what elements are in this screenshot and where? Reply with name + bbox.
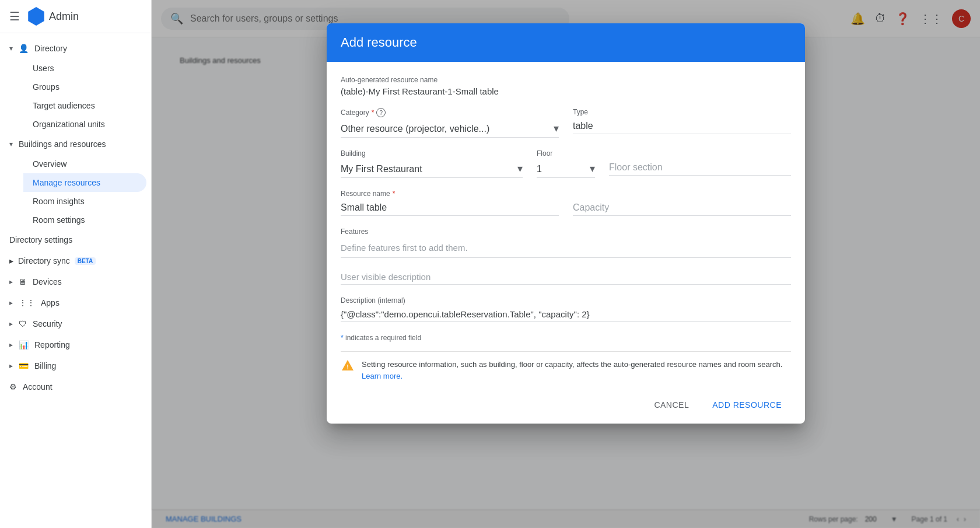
auto-generated-value: (table)-My First Restaurant-1-Small tabl… <box>341 86 791 96</box>
logo-icon <box>27 7 46 26</box>
floor-label: Floor <box>537 149 595 158</box>
sidebar-item-users[interactable]: Users <box>23 59 146 78</box>
nav-account[interactable]: ⚙ Account <box>0 376 151 397</box>
nav-directory-settings[interactable]: Directory settings <box>0 229 151 250</box>
app-title: Admin <box>49 11 79 23</box>
sidebar-item-groups[interactable]: Groups <box>23 78 146 96</box>
sidebar-item-room-insights[interactable]: Room insights <box>23 192 146 211</box>
building-select[interactable]: My First Restaurant <box>341 164 517 174</box>
nav-buildings[interactable]: ▾ Buildings and resources <box>0 134 151 155</box>
nav-directory-sync[interactable]: ▸ Directory sync BETA <box>0 250 151 271</box>
dialog-body: Auto-generated resource name (table)-My … <box>327 62 805 391</box>
building-label: Building <box>341 149 523 158</box>
logo-container: Admin <box>27 7 79 26</box>
dialog-title: Add resource <box>341 35 417 50</box>
type-label: Type <box>573 108 791 116</box>
building-field: Building My First Restaurant ▾ <box>341 149 523 178</box>
sidebar-item-reporting-label: Reporting <box>34 340 70 349</box>
type-input[interactable] <box>573 118 791 134</box>
capacity-field: Capacity <box>573 190 791 216</box>
nav-apps[interactable]: ▸ ⋮⋮ Apps <box>0 292 151 313</box>
expand-icon-sync: ▸ <box>9 256 13 265</box>
nav-icon-account: ⚙ <box>9 382 17 391</box>
type-field: Type <box>573 108 791 138</box>
beta-badge: BETA <box>75 257 96 265</box>
nav-icon-devices: 🖥 <box>19 277 27 286</box>
warning-text: Setting resource information, such as bu… <box>362 359 791 382</box>
expand-icon-devices: ▸ <box>9 278 13 286</box>
sidebar-header: ☰ Admin <box>0 0 151 33</box>
sidebar-item-security-label: Security <box>33 319 62 328</box>
svg-text:!: ! <box>346 363 349 370</box>
floor-dropdown-icon: ▾ <box>590 162 595 175</box>
building-dropdown-icon: ▾ <box>517 162 523 175</box>
dialog-actions: CANCEL ADD RESOURCE <box>327 391 805 424</box>
features-label: Features <box>341 228 791 236</box>
internal-description-section: Description (internal) {"@class":"demo.o… <box>341 296 791 322</box>
capacity-input[interactable] <box>573 200 791 216</box>
floor-select[interactable]: 1 <box>537 164 590 174</box>
sidebar-item-room-settings[interactable]: Room settings <box>23 211 146 229</box>
building-floor-row: Building My First Restaurant ▾ Floor <box>341 149 791 178</box>
nav-billing[interactable]: ▸ 💳 Billing <box>0 355 151 376</box>
warning-triangle-icon: ! <box>341 359 355 373</box>
category-label: Category * ? <box>341 108 559 117</box>
expand-icon: ▾ <box>9 44 13 53</box>
learn-more-link[interactable]: Learn more. <box>362 372 402 380</box>
sidebar-item-overview[interactable]: Overview <box>23 155 146 173</box>
sidebar-item-manage-resources[interactable]: Manage resources <box>23 173 146 192</box>
sidebar-item-directory-settings-label: Directory settings <box>9 235 72 244</box>
category-dropdown-icon: ▾ <box>554 122 559 135</box>
expand-icon-security: ▸ <box>9 320 13 328</box>
nav-security[interactable]: ▸ 🛡 Security <box>0 313 151 334</box>
sidebar-item-organizational-units[interactable]: Organizational units <box>23 115 146 134</box>
features-section: Features Define features first to add th… <box>341 228 791 258</box>
nav-icon-apps: ⋮⋮ <box>19 298 35 307</box>
sidebar: ☰ Admin ▾ 👤 Directory Users Groups Targe… <box>0 0 152 528</box>
resource-name-field: Resource name * <box>341 190 559 216</box>
sidebar-item-target-audiences[interactable]: Target audiences <box>23 96 146 115</box>
add-resource-button[interactable]: ADD RESOURCE <box>703 396 791 414</box>
sidebar-item-directory-label: Directory <box>34 44 67 53</box>
required-note: * indicates a required field <box>341 334 791 342</box>
expand-icon-reporting: ▸ <box>9 341 13 349</box>
sidebar-item-apps-label: Apps <box>41 298 60 307</box>
directory-sub-items: Users Groups Target audiences Organizati… <box>0 59 151 134</box>
auto-generated-label: Auto-generated resource name <box>341 76 791 84</box>
resource-capacity-row: Resource name * Capacity <box>341 190 791 216</box>
category-select-wrapper: Other resource (projector, vehicle...) ▾ <box>341 120 559 138</box>
features-placeholder: Define features first to add them. <box>341 238 791 258</box>
dialog-overlay[interactable]: Add resource Auto-generated resource nam… <box>152 0 980 528</box>
category-type-row: Category * ? Other resource (projector, … <box>341 108 791 138</box>
resource-name-required-star: * <box>393 190 396 198</box>
user-description-input[interactable] <box>341 270 791 285</box>
nav-icon-billing: 💳 <box>19 361 29 370</box>
nav-icon-reporting: 📊 <box>19 340 29 349</box>
floor-section-input[interactable] <box>609 160 791 176</box>
resource-name-label: Resource name * <box>341 190 559 198</box>
sidebar-item-buildings-label: Buildings and resources <box>19 139 106 149</box>
sidebar-item-devices-label: Devices <box>33 277 62 286</box>
auto-generated-section: Auto-generated resource name (table)-My … <box>341 76 791 96</box>
category-field: Category * ? Other resource (projector, … <box>341 108 559 138</box>
nav-directory-section: ▾ 👤 Directory Users Groups Target audien… <box>0 33 151 402</box>
expand-icon-apps: ▸ <box>9 299 13 307</box>
sidebar-item-billing-label: Billing <box>34 361 56 370</box>
warning-box: ! Setting resource information, such as … <box>341 351 791 391</box>
nav-directory[interactable]: ▾ 👤 Directory <box>0 38 151 59</box>
nav-reporting[interactable]: ▸ 📊 Reporting <box>0 334 151 355</box>
expand-icon-buildings: ▾ <box>9 140 13 148</box>
main-content: 🔍 🔔 ⏱ ❓ ⋮⋮ C Buildings and resources MAN… <box>152 0 980 528</box>
resource-name-input[interactable] <box>341 200 559 216</box>
category-help-icon[interactable]: ? <box>376 108 386 117</box>
dialog-header: Add resource <box>327 23 805 62</box>
expand-icon-billing: ▸ <box>9 362 13 370</box>
hamburger-icon[interactable]: ☰ <box>9 9 20 23</box>
user-description-field <box>341 270 791 285</box>
category-select[interactable]: Other resource (projector, vehicle...) <box>341 124 554 134</box>
nav-devices[interactable]: ▸ 🖥 Devices <box>0 271 151 292</box>
building-select-wrapper: My First Restaurant ▾ <box>341 160 523 178</box>
floor-section-field: Floor section <box>609 149 791 178</box>
cancel-button[interactable]: CANCEL <box>645 396 698 414</box>
buildings-sub-items: Overview Manage resources Room insights … <box>0 155 151 229</box>
